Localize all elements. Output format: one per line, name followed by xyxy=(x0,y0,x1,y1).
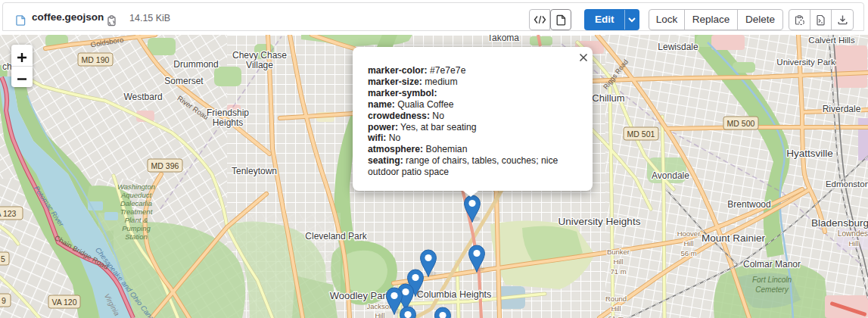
svg-text:56 m: 56 m xyxy=(680,249,696,257)
svg-text:9: 9 xyxy=(2,296,6,305)
svg-text:Hill: Hill xyxy=(375,311,384,318)
svg-text:Bunker: Bunker xyxy=(607,248,630,256)
svg-text:Cleveland Park: Cleveland Park xyxy=(305,231,367,242)
svg-text:University Heights: University Heights xyxy=(558,216,641,227)
svg-text:Hill: Hill xyxy=(611,304,621,313)
svg-text:MD 500: MD 500 xyxy=(727,119,755,128)
svg-text:Riverdale: Riverdale xyxy=(823,104,861,114)
svg-text:VA 120: VA 120 xyxy=(51,298,76,307)
svg-text:Westbard: Westbard xyxy=(123,92,162,102)
svg-text:Aqueduct: Aqueduct xyxy=(120,191,152,199)
svg-text:Tenleytown: Tenleytown xyxy=(232,166,277,176)
svg-text:Brentwood: Brentwood xyxy=(727,199,770,210)
svg-text:Bladensburg: Bladensburg xyxy=(811,217,868,229)
svg-text:Treatment: Treatment xyxy=(120,207,153,216)
svg-text:MD 190: MD 190 xyxy=(82,55,110,64)
svg-text:Hoover: Hoover xyxy=(677,229,701,238)
svg-text:61 m: 61 m xyxy=(608,314,624,318)
svg-text:Dalecarlia: Dalecarlia xyxy=(120,199,152,207)
svg-text:Round: Round xyxy=(605,295,627,303)
svg-text:71 m: 71 m xyxy=(610,267,626,276)
svg-text:Station: Station xyxy=(125,232,148,241)
svg-text:Mount Rainier: Mount Rainier xyxy=(702,232,766,244)
svg-text:ch: ch xyxy=(2,61,12,72)
svg-text:Plant &: Plant & xyxy=(125,216,148,224)
svg-text:Somerset: Somerset xyxy=(164,76,204,86)
svg-text:Washington: Washington xyxy=(117,182,155,191)
svg-text:Hill: Hill xyxy=(613,257,623,266)
svg-text:Hill: Hill xyxy=(848,239,858,248)
svg-text:Pumping: Pumping xyxy=(122,224,151,232)
svg-text:Takoma: Takoma xyxy=(487,35,519,43)
svg-text:University Park: University Park xyxy=(776,58,835,67)
svg-text:Chevy Chase: Chevy Chase xyxy=(232,50,287,61)
svg-text:Drummond: Drummond xyxy=(173,59,218,70)
svg-text:Friendship: Friendship xyxy=(207,108,249,118)
svg-text:Avondale: Avondale xyxy=(652,170,689,181)
svg-text:Hyattsville: Hyattsville xyxy=(786,148,833,159)
svg-text:Lewisdale: Lewisdale xyxy=(658,42,698,52)
svg-text:MD 501: MD 501 xyxy=(627,129,655,139)
svg-text:Heights: Heights xyxy=(213,117,244,128)
svg-text:Columbia Heights: Columbia Heights xyxy=(417,289,492,300)
svg-text:Edmonston: Edmonston xyxy=(826,179,868,189)
svg-text:Woodley Park: Woodley Park xyxy=(330,290,391,301)
svg-text:A 123: A 123 xyxy=(0,209,17,218)
svg-text:5: 5 xyxy=(1,254,5,263)
svg-text:Fort Lincoln: Fort Lincoln xyxy=(752,276,792,284)
svg-text:MD 396: MD 396 xyxy=(151,161,179,170)
svg-text:Colmar Manor: Colmar Manor xyxy=(743,259,801,270)
svg-text:Chillum: Chillum xyxy=(592,92,624,104)
svg-text:Calvert Hills: Calvert Hills xyxy=(808,36,855,45)
svg-text:Village: Village xyxy=(246,60,273,70)
svg-text:Hill: Hill xyxy=(683,239,693,248)
svg-text:Lowndes: Lowndes xyxy=(838,229,868,238)
svg-text:Cemetery: Cemetery xyxy=(755,285,789,294)
